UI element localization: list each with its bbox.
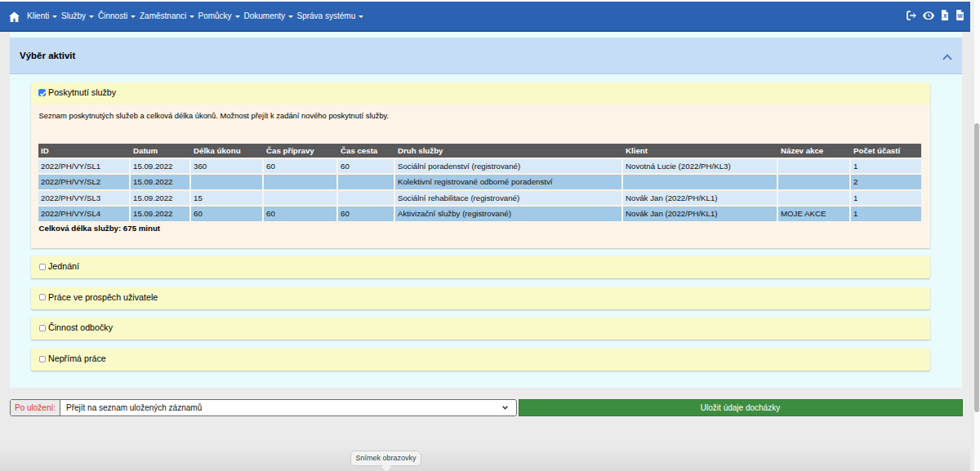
svg-text:W: W xyxy=(957,13,963,19)
svg-text:X: X xyxy=(942,13,947,19)
